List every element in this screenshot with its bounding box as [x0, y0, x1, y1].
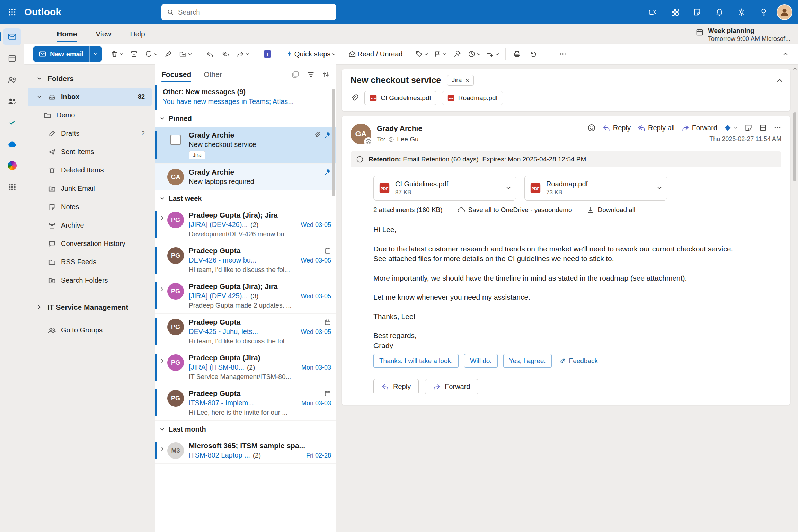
share-to-teams-button[interactable]: T — [260, 46, 275, 62]
avatar[interactable]: PG — [167, 283, 184, 300]
forward-button[interactable]: Forward — [425, 379, 478, 394]
apps-addin-button[interactable] — [724, 124, 738, 131]
tab-focused[interactable]: Focused — [161, 64, 191, 85]
snooze-button[interactable] — [466, 46, 483, 62]
flag-button[interactable] — [431, 46, 449, 62]
feedback-link[interactable]: Feedback — [559, 357, 598, 365]
message-row[interactable]: PG Pradeep Gupta (Jira) [JIRA] (ITSM-80.… — [155, 349, 336, 385]
chevron-down-icon[interactable] — [657, 186, 662, 190]
reply-button[interactable] — [202, 46, 218, 62]
collapse-conversation-button[interactable] — [777, 77, 783, 83]
scrollbar-thumb[interactable] — [793, 112, 796, 181]
select-all-icon[interactable] — [292, 71, 299, 78]
section-it-service-management[interactable]: IT Service Management — [28, 298, 152, 316]
message-row[interactable]: PG Pradeep Gupta DEV-425 - Juhu, lets...… — [155, 314, 336, 349]
more-options-icon[interactable] — [774, 124, 781, 132]
message-list-scrollbar[interactable] — [332, 89, 335, 196]
chevron-down-icon[interactable] — [506, 186, 511, 190]
section-pinned[interactable]: Pinned — [155, 110, 336, 127]
folder-drafts[interactable]: Drafts 2 — [28, 124, 152, 143]
rules-button[interactable] — [484, 46, 502, 62]
avatar[interactable]: PG — [167, 390, 184, 407]
folder-inbox[interactable]: Inbox 82 — [28, 88, 152, 106]
expand-conversation-icon[interactable] — [157, 287, 167, 292]
tips-button[interactable] — [754, 3, 773, 21]
chevron-down-icon[interactable] — [35, 95, 43, 99]
folders-header[interactable]: Folders — [28, 69, 152, 88]
filter-icon[interactable] — [307, 71, 314, 78]
avatar[interactable]: GA — [167, 169, 184, 185]
notifications-button[interactable] — [710, 3, 729, 21]
archive-button[interactable] — [126, 46, 142, 62]
window-scrollbar[interactable] — [792, 66, 798, 532]
go-to-groups[interactable]: Go to Groups — [28, 321, 152, 339]
reply-all-button[interactable]: Reply all — [638, 124, 675, 132]
folder-demo[interactable]: Demo — [28, 106, 152, 124]
recipient-name[interactable]: Lee Gu — [397, 135, 418, 143]
tab-other[interactable]: Other — [204, 64, 222, 85]
folder-junk-email[interactable]: Junk Email — [28, 179, 152, 198]
folder-conversation-history[interactable]: Conversation History — [28, 234, 152, 253]
undo-button[interactable] — [525, 46, 541, 62]
section-last-week[interactable]: Last week — [155, 190, 336, 207]
other-new-messages-banner[interactable]: Other: New messages (9) You have new mes… — [155, 85, 336, 110]
sender-name[interactable]: Grady Archie — [377, 124, 587, 133]
pin-icon[interactable] — [324, 169, 331, 176]
attachment-card[interactable]: PDF CI Guidelines.pdf 87 KB — [373, 176, 516, 201]
suggested-reply-button[interactable]: Yes, I agree. — [503, 354, 552, 368]
folder-rss-feeds[interactable]: RSS Feeds — [28, 253, 152, 271]
folder-sent-items[interactable]: Sent Items — [28, 143, 152, 161]
expand-conversation-icon[interactable] — [157, 446, 167, 451]
reading-pane-layout-icon[interactable] — [759, 124, 767, 132]
reply-button[interactable]: Reply — [603, 124, 631, 132]
pin-button[interactable] — [450, 46, 465, 62]
tab-view[interactable]: View — [96, 24, 111, 44]
rail-todo[interactable] — [3, 114, 21, 131]
reply-all-button[interactable] — [218, 46, 233, 62]
app-launcher-button[interactable] — [0, 0, 24, 24]
folder-archive[interactable]: Archive — [28, 216, 152, 234]
quick-steps-button[interactable]: Quick steps — [283, 46, 338, 62]
apps-button[interactable] — [666, 3, 684, 21]
meet-now-button[interactable] — [644, 3, 662, 21]
calendar-reminder[interactable]: Week planning Tomorrow 9:00 AM Microsof.… — [695, 26, 798, 43]
close-icon[interactable] — [465, 78, 469, 82]
avatar[interactable]: PG — [167, 212, 184, 228]
new-email-dropdown[interactable] — [89, 46, 102, 62]
sweep-button[interactable] — [161, 46, 176, 62]
jira-tag-chip[interactable]: Jira — [189, 151, 205, 159]
reply-button[interactable]: Reply — [373, 379, 419, 394]
message-row[interactable]: GA Grady Archie New laptops required — [155, 164, 336, 190]
categorize-button[interactable] — [413, 46, 431, 62]
message-row[interactable]: PG Pradeep Gupta (Jira); Jira [JIRA] (DE… — [155, 207, 336, 242]
search-bar[interactable] — [161, 4, 336, 20]
jira-tag-chip[interactable]: Jira — [447, 75, 474, 86]
rail-more-apps[interactable] — [3, 179, 21, 195]
expand-conversation-icon[interactable] — [157, 216, 167, 220]
message-row[interactable]: PG Pradeep Gupta DEV-426 - meow bu... We… — [155, 242, 336, 278]
message-row[interactable]: M3 Microsoft 365; ITSM sample spa... ITS… — [155, 437, 336, 464]
sender-avatar[interactable]: GA — [351, 124, 371, 144]
tab-home[interactable]: Home — [57, 24, 77, 44]
report-button[interactable] — [142, 46, 160, 62]
read-unread-button[interactable]: Read / Unread — [346, 46, 405, 62]
settings-button[interactable] — [732, 3, 751, 21]
message-row[interactable]: PG Pradeep Gupta (Jira); Jira [JIRA] (DE… — [155, 278, 336, 314]
rail-people[interactable] — [3, 71, 21, 88]
message-row[interactable]: Grady Archie New checkout service Jira — [155, 127, 336, 164]
forward-button[interactable] — [234, 46, 252, 62]
emoji-reaction-icon[interactable] — [587, 124, 596, 132]
scroll-up-icon[interactable] — [793, 66, 797, 71]
attachment-card[interactable]: PDF Roadmap.pdf 73 KB — [524, 176, 667, 201]
folder-search-folders[interactable]: Search Folders — [28, 271, 152, 290]
tab-help[interactable]: Help — [130, 24, 145, 44]
move-to-button[interactable] — [177, 46, 194, 62]
pin-icon[interactable] — [324, 132, 331, 139]
search-input[interactable] — [178, 8, 330, 16]
profile-avatar[interactable] — [777, 4, 792, 20]
section-last-month[interactable]: Last month — [155, 421, 336, 437]
download-all-button[interactable]: Download all — [587, 206, 636, 214]
folder-deleted-items[interactable]: Deleted Items — [28, 161, 152, 179]
delete-button[interactable] — [108, 46, 126, 62]
sticky-note-icon[interactable] — [745, 124, 752, 132]
